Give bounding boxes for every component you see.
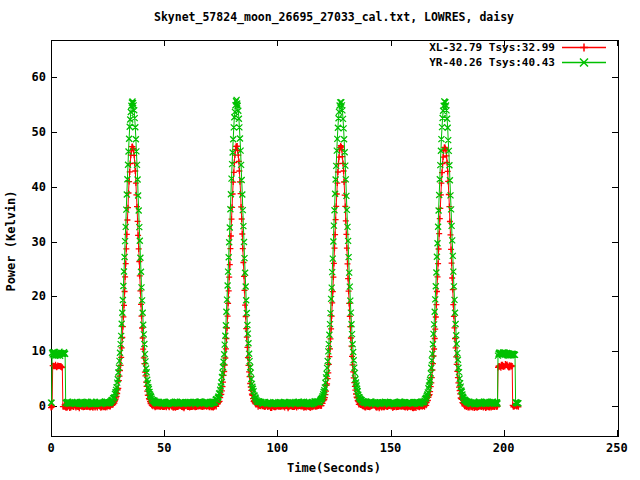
x-tick-label: 0 [29, 441, 73, 455]
legend-sample-plus-icon [561, 41, 607, 54]
legend-label-yr: YR-40.26 Tsys:40.43 [429, 56, 555, 69]
legend-entry-xl: XL-32.79 Tsys:32.99 [340, 40, 607, 55]
y-tick-label: 60 [2, 70, 46, 84]
x-tick-label: 250 [595, 441, 639, 455]
x-tick-label: 200 [482, 441, 526, 455]
series-line-0 [51, 146, 518, 409]
chart-canvas [0, 0, 640, 480]
legend-label-xl: XL-32.79 Tsys:32.99 [429, 41, 555, 54]
x-tick-label: 50 [142, 441, 186, 455]
gnuplot-window: Skynet_57824_moon_26695_27033_cal.txt, L… [0, 0, 640, 480]
y-tick-label: 40 [2, 180, 46, 194]
legend: XL-32.79 Tsys:32.99 YR-40.26 Tsys:40.43 [340, 40, 607, 70]
chart-title: Skynet_57824_moon_26695_27033_cal.txt, L… [154, 10, 514, 24]
y-tick-label: 10 [2, 344, 46, 358]
series-markers-1 [48, 97, 521, 408]
x-tick-label: 150 [369, 441, 413, 455]
y-tick-label: 30 [2, 235, 46, 249]
x-tick-label: 100 [255, 441, 299, 455]
y-tick-label: 0 [2, 399, 46, 413]
y-tick-label: 20 [2, 289, 46, 303]
y-tick-label: 50 [2, 125, 46, 139]
legend-entry-yr: YR-40.26 Tsys:40.43 [340, 55, 607, 70]
x-axis-label: Time(Seconds) [287, 461, 381, 475]
legend-sample-cross-icon [561, 56, 607, 69]
